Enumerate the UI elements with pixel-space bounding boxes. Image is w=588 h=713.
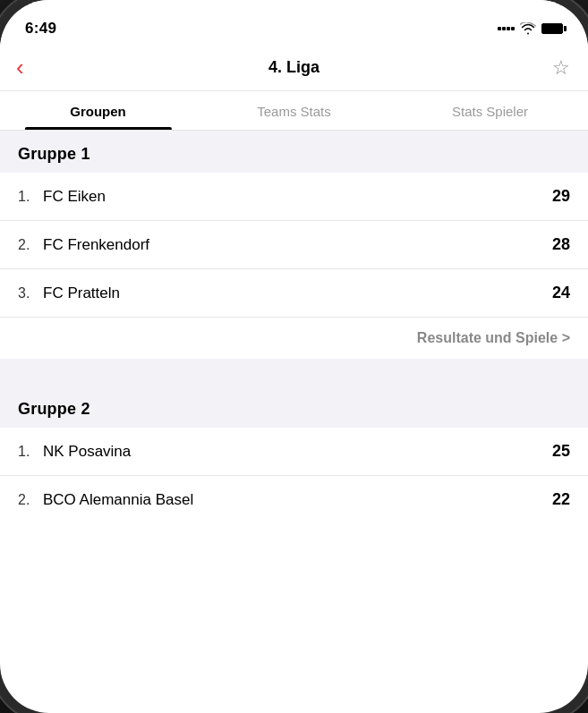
table-row: 1. NK Posavina 25	[0, 428, 588, 476]
team-points: 28	[552, 235, 570, 254]
team-name: FC Frenkendorf	[43, 236, 552, 254]
table-row: 2. BCO Alemannia Basel 22	[0, 476, 588, 523]
signal-icon	[498, 27, 515, 30]
team-rank: 3.	[18, 285, 43, 301]
team-points: 29	[552, 187, 570, 206]
gruppe-1-team-list: 1. FC Eiken 29 2. FC Frenkendorf 28 3. F…	[0, 173, 588, 317]
team-rank: 1.	[18, 444, 43, 460]
team-points: 24	[552, 284, 570, 302]
table-row: 1. FC Eiken 29	[0, 173, 588, 221]
team-rank: 2.	[18, 237, 43, 253]
star-button[interactable]: ☆	[552, 56, 570, 80]
phone-frame: 6:49 ‹ 4. Liga ☆ Gr	[0, 0, 588, 713]
gruppe-1-section: Gruppe 1 1. FC Eiken 29 2. FC Frenkendor…	[0, 131, 588, 359]
status-icons	[498, 22, 563, 35]
battery-icon	[541, 23, 563, 34]
table-row: 3. FC Pratteln 24	[0, 269, 588, 317]
team-rank: 1.	[18, 189, 43, 205]
team-name: NK Posavina	[43, 443, 552, 461]
team-name: FC Eiken	[43, 188, 552, 206]
wifi-icon	[520, 22, 536, 35]
gruppe-1-results-link[interactable]: Resultate und Spiele >	[0, 317, 588, 359]
gruppe-2-header: Gruppe 2	[0, 386, 588, 428]
tab-stats-spieler[interactable]: Stats Spieler	[392, 91, 588, 130]
page-title: 4. Liga	[268, 58, 320, 77]
section-divider	[0, 359, 588, 386]
status-bar: 6:49	[0, 0, 588, 45]
tab-teams-stats[interactable]: Teams Stats	[196, 91, 392, 130]
team-rank: 2.	[18, 492, 43, 508]
gruppe-2-section: Gruppe 2 1. NK Posavina 25 2. BCO Aleman…	[0, 386, 588, 523]
status-time: 6:49	[25, 20, 56, 38]
gruppe-1-header: Gruppe 1	[0, 131, 588, 173]
team-points: 25	[552, 442, 570, 461]
gruppe-2-team-list: 1. NK Posavina 25 2. BCO Alemannia Basel…	[0, 428, 588, 523]
team-name: FC Pratteln	[43, 284, 552, 302]
tabs-container: Groupen Teams Stats Stats Spieler	[0, 91, 588, 131]
table-row: 2. FC Frenkendorf 28	[0, 221, 588, 269]
team-points: 22	[552, 490, 570, 509]
tab-groupen[interactable]: Groupen	[0, 91, 196, 130]
back-button[interactable]: ‹	[16, 54, 24, 81]
nav-header: ‹ 4. Liga ☆	[0, 45, 588, 91]
content-area: Gruppe 1 1. FC Eiken 29 2. FC Frenkendor…	[0, 131, 588, 523]
team-name: BCO Alemannia Basel	[43, 491, 552, 509]
